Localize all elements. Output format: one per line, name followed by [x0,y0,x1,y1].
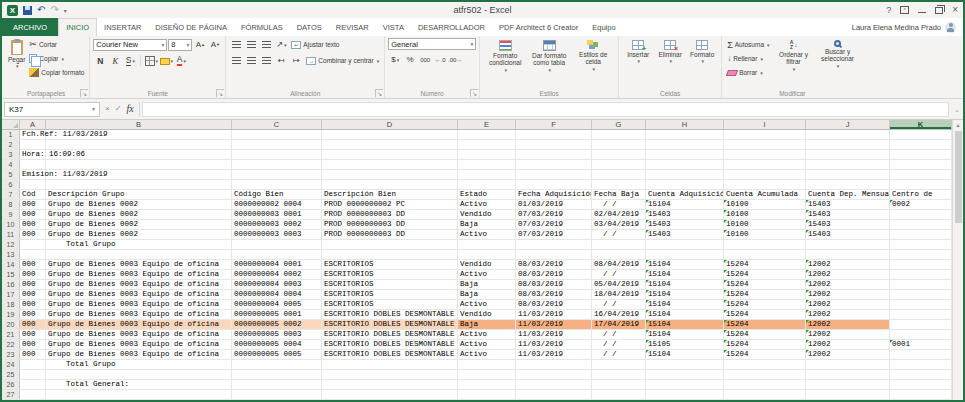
column-header-F[interactable]: F [516,120,592,129]
cell-E3[interactable] [458,150,516,159]
cell-C5[interactable] [232,170,322,179]
cell-H25[interactable] [646,370,724,379]
undo-icon[interactable]: ↶ [37,5,45,15]
cell-J7[interactable]: Cuenta Dep. Mensual [806,190,890,199]
cell-E20[interactable]: Baja [458,320,516,329]
grow-font-button[interactable]: A▲ [193,38,207,51]
cell-H26[interactable] [646,380,724,389]
cell-K24[interactable] [890,360,952,369]
cell-E23[interactable]: Activo [458,350,516,359]
excel-logo-icon[interactable]: X [7,5,18,16]
cell-A2[interactable] [20,140,46,149]
align-middle-button[interactable] [244,38,258,51]
cell-G21[interactable]: / / [592,330,646,339]
cell-E17[interactable]: Baja [458,290,516,299]
tab-formulas[interactable]: FÓRMULAS [234,18,290,36]
cell-A10[interactable]: 000 [20,220,46,229]
cell-E7[interactable]: Estado [458,190,516,199]
cell-A1[interactable]: Fch.Ref: 11/03/2019 [20,130,46,139]
align-left-button[interactable] [229,54,243,67]
cell-G24[interactable] [592,360,646,369]
cell-C13[interactable] [232,250,322,259]
cell-E22[interactable]: Activo [458,340,516,349]
cell-K1[interactable] [890,130,952,139]
cell-F6[interactable] [516,180,592,189]
align-right-button[interactable] [259,54,273,67]
cell-D9[interactable]: PROD 0000000003 DD [322,210,458,219]
cell-J1[interactable] [806,130,890,139]
cell-G5[interactable] [592,170,646,179]
cell-I9[interactable]: 10100 [724,210,806,219]
cell-K14[interactable] [890,260,952,269]
tab-archivo[interactable]: ARCHIVO [2,18,58,36]
cell-E24[interactable] [458,360,516,369]
cell-D17[interactable]: ESCRITORIOS [322,290,458,299]
cell-B9[interactable]: Grupo de Bienes 0002 [46,210,232,219]
cell-H9[interactable]: 15403 [646,210,724,219]
decrease-indent-button[interactable]: ↤ [274,54,288,67]
cell-A9[interactable]: 000 [20,210,46,219]
cell-D8[interactable]: PROD 0000000002 PC [322,200,458,209]
cell-C6[interactable] [232,180,322,189]
cell-F20[interactable]: 11/03/2019 [516,320,592,329]
cell-C7[interactable]: Código Bien [232,190,322,199]
column-header-H[interactable]: H [646,120,724,129]
cell-E13[interactable] [458,250,516,259]
find-select-button[interactable]: Buscar y seleccionar ▾ [816,38,860,70]
cell-D4[interactable] [322,160,458,169]
cell-J2[interactable] [806,140,890,149]
fill-button[interactable]: ↓ Rellenar ▾ [725,52,771,65]
cell-G9[interactable]: 02/04/2019 [592,210,646,219]
cell-F2[interactable] [516,140,592,149]
cell-G25[interactable] [592,370,646,379]
cell-A26[interactable] [20,380,46,389]
decrease-decimal-button[interactable]: .00→ [448,53,462,66]
cell-H16[interactable]: 15104 [646,280,724,289]
cell-E12[interactable] [458,240,516,249]
cell-H18[interactable]: 15104 [646,300,724,309]
cell-A14[interactable]: 000 [20,260,46,269]
cell-F17[interactable]: 08/03/2019 [516,290,592,299]
cell-H19[interactable]: 15104 [646,310,724,319]
row-header-23[interactable]: 23 [2,350,20,359]
cell-A12[interactable] [20,240,46,249]
cell-F18[interactable]: 08/03/2019 [516,300,592,309]
row-header-7[interactable]: 7 [2,190,20,199]
cell-J26[interactable] [806,380,890,389]
cancel-formula-icon[interactable]: × [105,105,110,113]
user-account[interactable]: Laura Elena Medina Prado [852,18,963,36]
cell-J20[interactable]: 12002 [806,320,890,329]
row-header-3[interactable]: 3 [2,150,20,159]
enter-formula-icon[interactable]: ✓ [115,105,122,113]
cell-B6[interactable] [46,180,232,189]
cell-I13[interactable] [724,250,806,259]
name-box-dropdown-icon[interactable]: ▾ [92,106,95,112]
cell-I19[interactable]: 15204 [724,310,806,319]
cell-B14[interactable]: Grupo de Bienes 0003 Equipo de oficina [46,260,232,269]
cell-F19[interactable]: 11/03/2019 [516,310,592,319]
cell-K18[interactable] [890,300,952,309]
cell-E25[interactable] [458,370,516,379]
cut-button[interactable]: ✂ Cortar [27,38,86,51]
cell-J19[interactable]: 12002 [806,310,890,319]
cell-H8[interactable]: 15104 [646,200,724,209]
cell-J4[interactable] [806,160,890,169]
row-header-20[interactable]: 20 [2,320,20,329]
cell-K23[interactable] [890,350,952,359]
cell-B22[interactable]: Grupo de Bienes 0003 Equipo de oficina [46,340,232,349]
cell-B13[interactable] [46,250,232,259]
formula-input[interactable] [142,102,949,117]
cell-I18[interactable]: 15204 [724,300,806,309]
cell-A22[interactable]: 000 [20,340,46,349]
cell-I20[interactable]: 15204 [724,320,806,329]
column-header-G[interactable]: G [592,120,646,129]
cell-D27[interactable] [322,390,458,399]
cell-I24[interactable] [724,360,806,369]
cell-B21[interactable]: Grupo de Bienes 0003 Equipo de oficina [46,330,232,339]
cell-F25[interactable] [516,370,592,379]
cell-K6[interactable] [890,180,952,189]
cell-H17[interactable]: 15104 [646,290,724,299]
cell-B2[interactable] [46,140,232,149]
cell-E14[interactable]: Vendido [458,260,516,269]
cell-A15[interactable]: 000 [20,270,46,279]
